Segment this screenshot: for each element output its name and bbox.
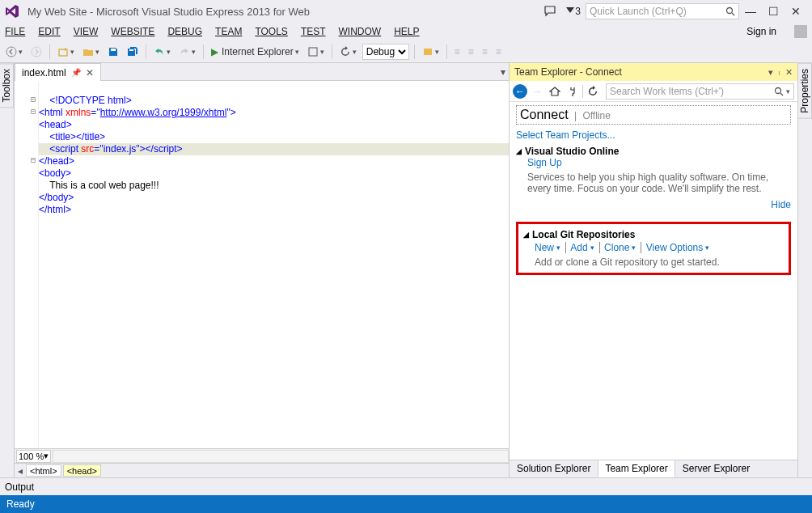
indent-right-button: ≡	[466, 44, 476, 60]
bc-head[interactable]: <head>	[63, 464, 101, 477]
open-file-button[interactable]	[80, 44, 102, 60]
svg-rect-5	[111, 49, 116, 51]
git-new-button[interactable]: New	[535, 242, 566, 253]
work-items-search[interactable]: Search Work Items (Ctrl+') ▾	[606, 83, 794, 100]
tab-overflow-button[interactable]: ▾	[497, 63, 509, 81]
panel-pin-button[interactable]: ꤯	[776, 67, 782, 77]
zoom-select[interactable]: 100 % ▾	[16, 450, 51, 463]
tab-solution-explorer[interactable]: Solution Explorer	[510, 460, 598, 477]
undo-button[interactable]	[151, 44, 173, 60]
select-team-projects-link[interactable]: Select Team Projects...	[516, 129, 791, 141]
notifications-button[interactable]: 3	[565, 6, 581, 17]
indent-left-button: ≡	[452, 44, 463, 60]
toolbar: ▶ Internet Explorer Debug ≡ ≡ ≡ ≡	[0, 40, 812, 63]
menu-tools[interactable]: TOOLS	[255, 26, 287, 37]
git-actions: New Add Clone View Options	[535, 242, 784, 253]
redo-button[interactable]	[176, 44, 198, 60]
git-view-options-button[interactable]: View Options	[645, 242, 714, 253]
close-tab-icon[interactable]: ✕	[86, 67, 94, 78]
code-editor[interactable]: <!DOCTYPE html> <html xmlns="http://www.…	[39, 81, 509, 448]
output-tab[interactable]: Output	[0, 477, 812, 495]
panel-title-bar: Team Explorer - Connect ▾ ꤯ ✕	[510, 63, 797, 81]
status-text: Ready	[6, 498, 35, 510]
editor-footer: 100 % ▾	[15, 448, 509, 463]
left-dock: Toolbox	[0, 63, 15, 477]
vs-logo-icon	[5, 4, 19, 19]
nav-back-icon[interactable]: ←	[513, 84, 527, 99]
status-bar: Ready	[0, 495, 812, 513]
toolbox-tab[interactable]: Toolbox	[0, 63, 14, 108]
feedback-icon[interactable]	[544, 6, 556, 17]
menu-edit[interactable]: EDIT	[38, 26, 60, 37]
editor-tabs: index.html 📌 ✕ ▾	[15, 63, 509, 81]
menu-view[interactable]: VIEW	[74, 26, 99, 37]
title-bar: My Web Site - Microsoft Visual Studio Ex…	[0, 0, 812, 23]
panel-body: Connect | Offline Select Team Projects..…	[510, 102, 797, 460]
browser-link-button[interactable]	[305, 44, 327, 60]
refresh-icon[interactable]	[585, 83, 601, 100]
git-clone-button[interactable]: Clone	[603, 242, 641, 253]
panel-menu-button[interactable]: ▾	[768, 67, 773, 78]
git-section-header[interactable]: Local Git Repositories	[523, 229, 784, 240]
git-description: Add or clone a Git repository to get sta…	[535, 256, 784, 268]
home-icon[interactable]	[547, 83, 563, 100]
connect-header[interactable]: Connect | Offline	[516, 105, 791, 125]
menu-team[interactable]: TEAM	[215, 26, 242, 37]
vso-section-header[interactable]: Visual Studio Online	[516, 146, 791, 157]
menu-test[interactable]: TEST	[301, 26, 326, 37]
panel-bottom-tabs: Solution Explorer Team Explorer Server E…	[510, 460, 797, 477]
right-dock: Properties	[797, 63, 812, 477]
quick-launch-input[interactable]: Quick Launch (Ctrl+Q)	[586, 3, 739, 19]
offline-label: Offline	[582, 110, 610, 121]
highlighted-git-section: Local Git Repositories New Add Clone Vie…	[516, 222, 791, 275]
html-breadcrumb: ◂ <html> <head>	[15, 463, 509, 477]
h-scrollbar[interactable]	[53, 450, 509, 463]
panel-title: Team Explorer - Connect	[514, 66, 765, 78]
editor-tab-index-html[interactable]: index.html 📌 ✕	[15, 63, 101, 81]
menu-window[interactable]: WINDOW	[339, 26, 382, 37]
tab-team-explorer[interactable]: Team Explorer	[598, 460, 675, 477]
svg-rect-6	[129, 49, 133, 51]
maximize-button[interactable]: ☐	[762, 5, 785, 18]
svg-line-10	[780, 93, 783, 95]
nav-back-button[interactable]	[3, 44, 25, 60]
nav-forward-button[interactable]	[28, 44, 44, 60]
sign-in-link[interactable]: Sign in	[746, 26, 776, 37]
tab-label: index.html	[22, 67, 66, 78]
user-avatar[interactable]	[794, 25, 807, 38]
minimize-button[interactable]: —	[739, 5, 762, 18]
git-add-button[interactable]: Add	[569, 242, 599, 253]
window-title: My Web Site - Microsoft Visual Studio Ex…	[27, 6, 310, 18]
menu-website[interactable]: WEBSITE	[111, 26, 154, 37]
bc-prev[interactable]: ◂	[16, 465, 24, 477]
panel-close-button[interactable]: ✕	[785, 67, 793, 78]
team-explorer-panel: Team Explorer - Connect ▾ ꤯ ✕ ← → Search…	[510, 63, 797, 477]
search-icon	[725, 6, 735, 16]
tab-server-explorer[interactable]: Server Explorer	[675, 460, 757, 477]
menu-debug[interactable]: DEBUG	[167, 26, 202, 37]
plug-icon[interactable]	[565, 83, 581, 100]
refresh-button[interactable]	[337, 44, 359, 60]
target-button[interactable]	[420, 44, 442, 60]
start-debug-button[interactable]: ▶ Internet Explorer	[209, 44, 302, 60]
hide-link[interactable]: Hide	[516, 199, 791, 210]
save-button[interactable]	[105, 44, 121, 60]
menu-file[interactable]: FILE	[5, 26, 25, 37]
quick-launch-placeholder: Quick Launch (Ctrl+Q)	[590, 6, 687, 17]
properties-tab[interactable]: Properties	[798, 63, 812, 119]
svg-point-9	[776, 87, 781, 93]
svg-point-2	[6, 47, 16, 57]
new-project-button[interactable]	[55, 44, 77, 60]
comment-button: ≡	[480, 44, 490, 60]
svg-line-1	[732, 13, 734, 15]
close-button[interactable]: ✕	[785, 5, 807, 18]
menu-help[interactable]: HELP	[394, 26, 419, 37]
sign-up-link[interactable]: Sign Up	[527, 157, 791, 168]
bc-html[interactable]: <html>	[26, 464, 61, 477]
save-all-button[interactable]	[125, 44, 141, 60]
svg-rect-8	[424, 49, 432, 55]
search-dropdown-icon[interactable]: ▾	[786, 87, 790, 95]
notification-count: 3	[575, 6, 581, 17]
config-select[interactable]: Debug	[362, 44, 409, 60]
pin-icon[interactable]: 📌	[71, 68, 81, 77]
